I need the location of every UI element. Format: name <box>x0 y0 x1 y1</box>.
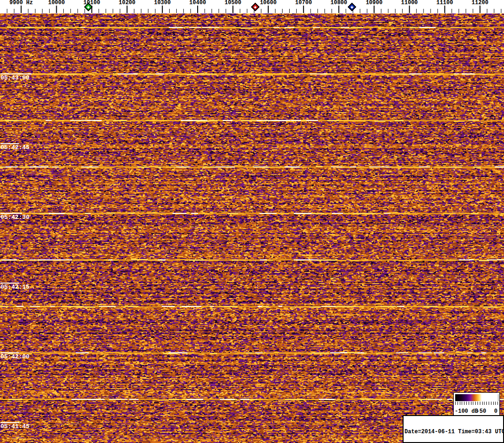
freq-tick-label-10700: 10700 <box>295 0 312 6</box>
green-diamond-marker-center-dot <box>87 6 90 8</box>
colorbar-min-label: -100 dB <box>455 408 478 415</box>
time-label-054215: 05:42:15 <box>0 283 29 291</box>
red-diamond-marker[interactable] <box>252 4 258 10</box>
time-label-054230: 05:42:30 <box>0 213 29 221</box>
freq-tick-label-10800: 10800 <box>331 0 347 6</box>
colorbar-mid-label: -50 <box>476 408 486 415</box>
spectrogram-waterfall-canvas[interactable] <box>0 13 504 443</box>
freq-tick-label-11100: 11100 <box>436 0 453 6</box>
info-date-time-line: Date=2014-06-11 Time=03:43 UTC <box>405 429 502 436</box>
freq-tick-label-10500: 10500 <box>225 0 241 6</box>
color-scale-legend: -100 dB -50 0 <box>453 392 500 416</box>
freq-tick-label-10900: 10900 <box>366 0 383 6</box>
frequency-scale[interactable]: 9900 Hz100001010010200103001040010500106… <box>0 0 504 13</box>
time-label-054200: 05:42:00 <box>0 352 29 360</box>
freq-tick-label-10000: 10000 <box>48 0 65 6</box>
freq-tick-label-10600: 10600 <box>260 0 277 6</box>
green-diamond-marker-shape <box>84 3 93 11</box>
freq-tick-label-10200: 10200 <box>119 0 135 6</box>
red-diamond-marker-center-dot <box>254 6 257 8</box>
colorbar-tick-ruler <box>455 402 498 405</box>
freq-tick-label-11000: 11000 <box>401 0 418 6</box>
red-diamond-marker-shape <box>251 3 259 11</box>
time-label-text: 05:42:30 <box>0 214 29 221</box>
time-label-text: 05:42:15 <box>0 284 29 291</box>
green-diamond-marker[interactable] <box>85 4 91 10</box>
blue-diamond-marker-center-dot <box>351 6 353 8</box>
time-label-054245: 05:42:45 <box>0 143 29 151</box>
colorbar-gradient <box>455 394 498 401</box>
time-label-text: 05:42:00 <box>0 354 29 360</box>
colorbar-max-label: 0 <box>494 408 497 415</box>
freq-tick-label-10400: 10400 <box>189 0 206 6</box>
freq-tick-label-11200: 11200 <box>471 0 488 6</box>
blue-diamond-marker[interactable] <box>349 4 355 10</box>
blue-diamond-marker-shape <box>348 3 356 11</box>
time-label-054300: 05:43:00 <box>0 73 29 81</box>
colorbar-labels: -100 dB -50 0 <box>454 408 499 415</box>
time-label-text: 05:41:45 <box>0 423 29 430</box>
time-label-text: 05:43:00 <box>0 75 29 81</box>
observation-info-box: Date=2014-06-11 Time=03:43 UTC Freq=143 … <box>403 415 504 443</box>
freq-tick-label-10300: 10300 <box>154 0 171 6</box>
freq-tick-label-9900: 9900 Hz <box>9 0 33 6</box>
time-label-054145: 05:41:45 <box>0 422 29 430</box>
time-label-text: 05:42:45 <box>0 145 29 151</box>
